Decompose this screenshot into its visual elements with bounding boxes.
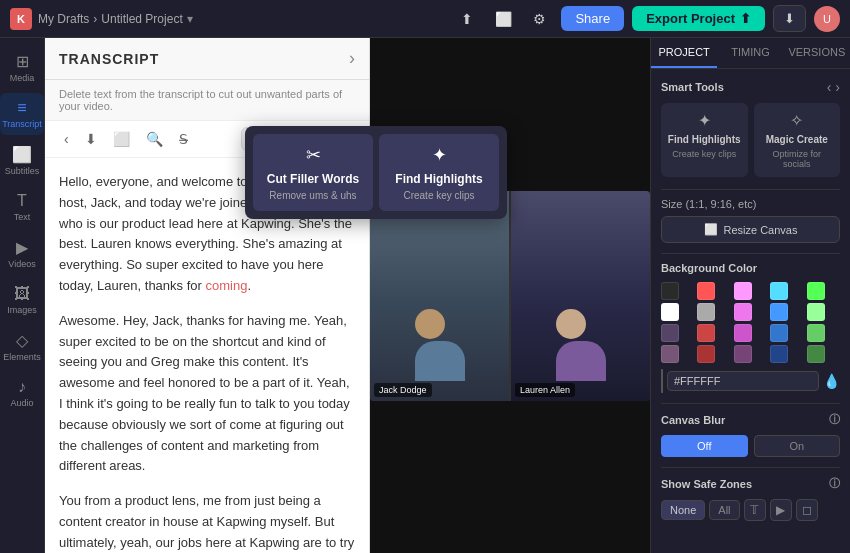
color-swatch[interactable] xyxy=(697,345,715,363)
undo-button[interactable]: ‹ xyxy=(59,128,74,150)
color-swatch[interactable] xyxy=(770,303,788,321)
upload-icon[interactable]: ⬆ xyxy=(453,5,481,33)
nav-next-button[interactable]: › xyxy=(835,79,840,95)
color-swatch[interactable] xyxy=(661,303,679,321)
tab-versions[interactable]: VERSIONS xyxy=(784,38,850,68)
app-logo: K xyxy=(10,8,32,30)
color-swatch[interactable] xyxy=(734,282,752,300)
sidebar-item-audio[interactable]: ♪ Audio xyxy=(0,372,44,414)
color-swatch[interactable] xyxy=(697,324,715,342)
resize-icon: ⬜ xyxy=(704,223,718,236)
sidebar-item-transcript[interactable]: ≡ Transcript xyxy=(0,93,44,135)
color-swatch[interactable] xyxy=(661,324,679,342)
magic-card-sub: Optimize for socials xyxy=(760,149,835,169)
smart-tool-find-highlights[interactable]: ✦ Find Highlights Create key clips xyxy=(661,103,748,177)
name-tag-left: Jack Dodge xyxy=(374,383,432,397)
transcript-subtitle: Delete text from the transcript to cut o… xyxy=(45,80,369,121)
sidebar-item-subtitles[interactable]: ⬜ Subtitles xyxy=(0,139,44,182)
export-label: Export Project xyxy=(646,11,735,26)
color-input-row: 💧 xyxy=(661,369,840,393)
color-hex-input[interactable] xyxy=(667,371,819,391)
transcript-title: TRANSCRIPT xyxy=(59,51,159,67)
search-transcript-button[interactable]: 🔍 xyxy=(141,128,168,150)
download-button[interactable]: ⬇ xyxy=(773,5,806,32)
highlights-card-icon: ✦ xyxy=(698,111,711,130)
color-swatch[interactable] xyxy=(807,324,825,342)
find-highlights-sub: Create key clips xyxy=(403,190,474,201)
breadcrumb-separator: › xyxy=(93,12,97,26)
zone-none-button[interactable]: None xyxy=(661,500,705,520)
export-button[interactable]: Export Project ⬆ xyxy=(632,6,765,31)
size-label: Size (1:1, 9:16, etc) xyxy=(661,198,840,210)
color-grid xyxy=(661,282,840,363)
sidebar-item-label: Videos xyxy=(8,259,35,269)
zone-tiktok-button[interactable]: 𝕋 xyxy=(744,499,766,521)
blur-toggle-row: Off On xyxy=(661,435,840,457)
zone-all-button[interactable]: All xyxy=(709,500,739,520)
color-swatch[interactable] xyxy=(661,282,679,300)
color-swatch[interactable] xyxy=(770,345,788,363)
download-transcript-button[interactable]: ⬇ xyxy=(80,128,102,150)
blur-section-title: Canvas Blur ⓘ xyxy=(661,412,840,427)
sidebar-item-text[interactable]: T Text xyxy=(0,186,44,228)
color-swatch[interactable] xyxy=(734,303,752,321)
smart-tools-grid: ✦ Find Highlights Create key clips ✧ Mag… xyxy=(661,103,840,177)
smart-tool-magic-create[interactable]: ✧ Magic Create Optimize for socials xyxy=(754,103,841,177)
breadcrumb-current[interactable]: Untitled Project xyxy=(101,12,182,26)
logo-area: K My Drafts › Untitled Project ▾ xyxy=(10,8,193,30)
color-swatch[interactable] xyxy=(807,303,825,321)
body-left xyxy=(415,341,465,381)
breadcrumb: My Drafts › Untitled Project ▾ xyxy=(38,12,193,26)
safe-zones-info-icon[interactable]: ⓘ xyxy=(829,476,840,491)
eyedropper-button[interactable]: 💧 xyxy=(823,373,840,389)
left-sidebar: ⊞ Media ≡ Transcript ⬜ Subtitles T Text … xyxy=(0,38,45,553)
tab-project[interactable]: PROJECT xyxy=(651,38,717,68)
color-swatch[interactable] xyxy=(661,345,679,363)
color-swatch[interactable] xyxy=(807,345,825,363)
sidebar-item-media[interactable]: ⊞ Media xyxy=(0,46,44,89)
zone-youtube-button[interactable]: ▶ xyxy=(770,499,792,521)
breadcrumb-parent[interactable]: My Drafts xyxy=(38,12,89,26)
monitor-icon[interactable]: ⬜ xyxy=(489,5,517,33)
sidebar-item-videos[interactable]: ▶ Videos xyxy=(0,232,44,275)
sidebar-item-label: Transcript xyxy=(2,119,42,129)
highlights-icon: ✦ xyxy=(432,144,447,166)
share-button[interactable]: Share xyxy=(561,6,624,31)
sidebar-item-elements[interactable]: ◇ Elements xyxy=(0,325,44,368)
sidebar-item-images[interactable]: 🖼 Images xyxy=(0,279,44,321)
close-panel-button[interactable]: › xyxy=(349,48,355,69)
video-area: Jack Dodge Lauren Allen xyxy=(370,38,650,553)
divider-3 xyxy=(661,403,840,404)
sidebar-item-label: Elements xyxy=(3,352,41,362)
color-swatch[interactable] xyxy=(734,324,752,342)
nav-prev-button[interactable]: ‹ xyxy=(827,79,832,95)
settings-icon[interactable]: ⚙ xyxy=(525,5,553,33)
smart-tools-label: Smart Tools xyxy=(661,81,724,93)
color-swatch[interactable] xyxy=(697,303,715,321)
avatar: U xyxy=(814,6,840,32)
safe-zones-label: Show Safe Zones xyxy=(661,478,752,490)
color-swatch[interactable] xyxy=(697,282,715,300)
cut-filler-item[interactable]: ✂ Cut Filler Words Remove ums & uhs xyxy=(253,134,373,211)
subtitles-icon: ⬜ xyxy=(12,145,32,164)
sidebar-item-label: Text xyxy=(14,212,31,222)
color-swatch[interactable] xyxy=(770,324,788,342)
zone-instagram-button[interactable]: ◻ xyxy=(796,499,818,521)
transcript-icon: ≡ xyxy=(17,99,26,117)
smart-tools-dropdown: ✂ Cut Filler Words Remove ums & uhs ✦ Fi… xyxy=(245,126,507,219)
find-highlights-item[interactable]: ✦ Find Highlights Create key clips xyxy=(379,134,499,211)
divider-4 xyxy=(661,467,840,468)
resize-canvas-button[interactable]: ⬜ Resize Canvas xyxy=(661,216,840,243)
tab-timing[interactable]: TIMING xyxy=(717,38,783,68)
person-silhouette-right xyxy=(556,309,606,381)
chevron-down-icon[interactable]: ▾ xyxy=(187,12,193,26)
strikethrough-button[interactable]: S̶ xyxy=(174,128,193,150)
color-swatch[interactable] xyxy=(734,345,752,363)
blur-off-button[interactable]: Off xyxy=(661,435,748,457)
divider-2 xyxy=(661,253,840,254)
color-swatch[interactable] xyxy=(807,282,825,300)
info-icon[interactable]: ⓘ xyxy=(829,412,840,427)
blur-on-button[interactable]: On xyxy=(754,435,841,457)
caption-button[interactable]: ⬜ xyxy=(108,128,135,150)
color-swatch[interactable] xyxy=(770,282,788,300)
